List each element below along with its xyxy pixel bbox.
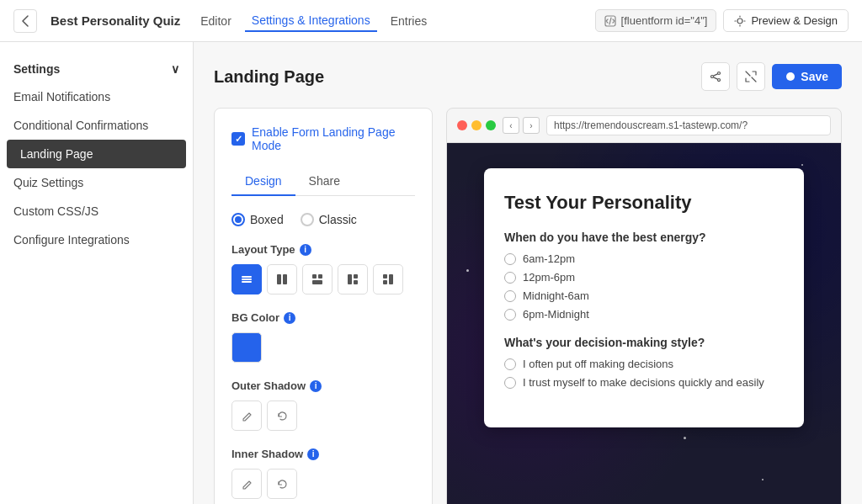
svg-rect-11	[312, 274, 317, 279]
inner-shadow-info-icon[interactable]: i	[307, 448, 319, 460]
layout-btn-4[interactable]	[338, 264, 368, 294]
dot-yellow	[471, 120, 482, 130]
outer-shadow-info-icon[interactable]: i	[310, 380, 322, 392]
svg-rect-12	[318, 274, 322, 279]
sidebar-item-quiz-settings[interactable]: Quiz Settings	[0, 168, 193, 197]
bg-color-info-icon[interactable]: i	[284, 312, 295, 324]
style-radio-group: Boxed Classic	[231, 213, 415, 226]
quiz-card: Test Your Personality When do you have t…	[484, 168, 804, 427]
expand-button[interactable]	[737, 62, 765, 91]
browser-forward-btn[interactable]: ›	[523, 117, 540, 134]
layout-btn-1[interactable]	[231, 264, 262, 294]
layout-type-buttons	[231, 264, 415, 294]
svg-point-5	[786, 72, 795, 81]
quiz-title: Test Your Personality	[504, 192, 784, 214]
nav-settings[interactable]: Settings & Integrations	[245, 10, 377, 32]
svg-point-4	[718, 79, 721, 82]
svg-rect-18	[389, 274, 393, 284]
sidebar-settings-header[interactable]: Settings ∨	[0, 56, 193, 82]
top-navigation: Best Personality Quiz Editor Settings & …	[0, 0, 862, 42]
share-button[interactable]	[701, 62, 730, 91]
nav-entries[interactable]: Entries	[384, 11, 434, 31]
dot-green	[486, 120, 496, 130]
save-button[interactable]: Save	[772, 64, 842, 89]
layout-type-info-icon[interactable]: i	[300, 244, 311, 256]
tab-share[interactable]: Share	[295, 167, 354, 196]
svg-rect-9	[277, 274, 281, 284]
radio-classic[interactable]: Classic	[301, 213, 357, 226]
svg-point-1	[737, 19, 742, 24]
outer-shadow-section: Outer Shadow i	[231, 379, 415, 431]
inner-shadow-section: Inner Shadow i	[231, 448, 415, 499]
inner-shadow-buttons	[231, 469, 415, 499]
browser-back-btn[interactable]: ‹	[503, 117, 519, 134]
layout-btn-2[interactable]	[267, 264, 297, 294]
shortcode-text: [fluentform id="4"]	[621, 14, 708, 27]
chevron-down-icon: ∨	[171, 62, 179, 76]
preview-panel: ‹ › https://tremendouscream.s1-tastewp.c…	[446, 108, 842, 504]
quiz-option-2-1: I often put off making decisions	[504, 358, 784, 370]
outer-shadow-buttons	[231, 401, 415, 431]
svg-rect-13	[312, 280, 322, 284]
main-content: Landing Page Save E	[194, 42, 862, 504]
svg-rect-17	[383, 274, 387, 279]
browser-dots	[457, 120, 496, 130]
quiz-section-1: When do you have the best energy? 6am-12…	[504, 231, 784, 321]
svg-rect-8	[242, 281, 252, 283]
svg-rect-7	[242, 279, 252, 280]
inner-shadow-reset-btn[interactable]	[267, 469, 297, 499]
sidebar-item-email-notifications[interactable]: Email Notifications	[0, 82, 193, 111]
quiz-radio-1-2[interactable]	[504, 272, 516, 284]
quiz-radio-2-1[interactable]	[504, 358, 516, 370]
quiz-option-1-4: 6pm-Midnight	[504, 308, 784, 321]
app-title: Best Personality Quiz	[51, 13, 180, 28]
svg-rect-16	[354, 280, 358, 284]
layout-type-label: Layout Type i	[231, 243, 415, 256]
outer-shadow-reset-btn[interactable]	[267, 401, 297, 431]
browser-chrome: ‹ › https://tremendouscream.s1-tastewp.c…	[446, 108, 842, 143]
layout-btn-3[interactable]	[302, 264, 333, 294]
layout-btn-5[interactable]	[373, 264, 403, 294]
inner-shadow-label: Inner Shadow i	[231, 448, 415, 460]
enable-landing-page-row[interactable]: Enable Form Landing Page Mode	[231, 125, 415, 152]
radio-boxed-indicator	[231, 213, 245, 226]
page-header: Landing Page Save	[214, 62, 842, 91]
enable-checkbox[interactable]	[231, 132, 245, 146]
sidebar-item-conditional-confirmations[interactable]: Conditional Confirmations	[0, 111, 193, 140]
tab-design[interactable]: Design	[231, 167, 295, 196]
quiz-radio-1-4[interactable]	[504, 309, 516, 321]
quiz-option-1-1: 6am-12pm	[504, 252, 784, 265]
preview-design-button[interactable]: Preview & Design	[723, 9, 849, 32]
settings-card: Enable Form Landing Page Mode Design Sha…	[214, 108, 433, 504]
quiz-section-2: What's your decision-making style? I oft…	[504, 336, 784, 389]
sidebar-item-custom-css-js[interactable]: Custom CSS/JS	[0, 197, 193, 225]
bg-color-swatch[interactable]	[231, 332, 262, 363]
quiz-option-1-2: 12pm-6pm	[504, 271, 784, 284]
quiz-question-1: When do you have the best energy?	[504, 231, 784, 244]
quiz-radio-2-2[interactable]	[504, 377, 516, 389]
preview-label: Preview & Design	[751, 14, 838, 27]
browser-content: Test Your Personality When do you have t…	[446, 143, 842, 504]
back-button[interactable]	[13, 9, 37, 33]
sidebar-item-configure-integrations[interactable]: Configure Integrations	[0, 225, 193, 254]
sidebar-item-landing-page[interactable]: Landing Page	[7, 140, 186, 168]
outer-shadow-edit-btn[interactable]	[231, 401, 262, 431]
radio-classic-indicator	[301, 213, 314, 226]
quiz-radio-1-3[interactable]	[504, 290, 516, 302]
nav-editor[interactable]: Editor	[194, 11, 238, 31]
main-layout: Settings ∨ Email Notifications Condition…	[0, 42, 862, 504]
inner-shadow-edit-btn[interactable]	[231, 469, 262, 499]
svg-rect-19	[383, 280, 387, 284]
sidebar: Settings ∨ Email Notifications Condition…	[0, 42, 194, 504]
bg-color-label: BG Color i	[231, 311, 415, 324]
bg-color-section: BG Color i	[231, 311, 415, 363]
svg-point-3	[711, 76, 714, 78]
dot-red	[457, 120, 467, 130]
radio-boxed[interactable]: Boxed	[231, 213, 284, 226]
url-bar[interactable]: https://tremendouscream.s1-tastewp.com/?	[546, 115, 831, 135]
shortcode-display[interactable]: [fluentform id="4"]	[595, 9, 717, 32]
design-tabs: Design Share	[231, 167, 415, 196]
quiz-option-1-3: Midnight-6am	[504, 289, 784, 302]
quiz-option-2-2: I trust myself to make decisions quickly…	[504, 376, 784, 389]
quiz-radio-1-1[interactable]	[504, 253, 516, 265]
